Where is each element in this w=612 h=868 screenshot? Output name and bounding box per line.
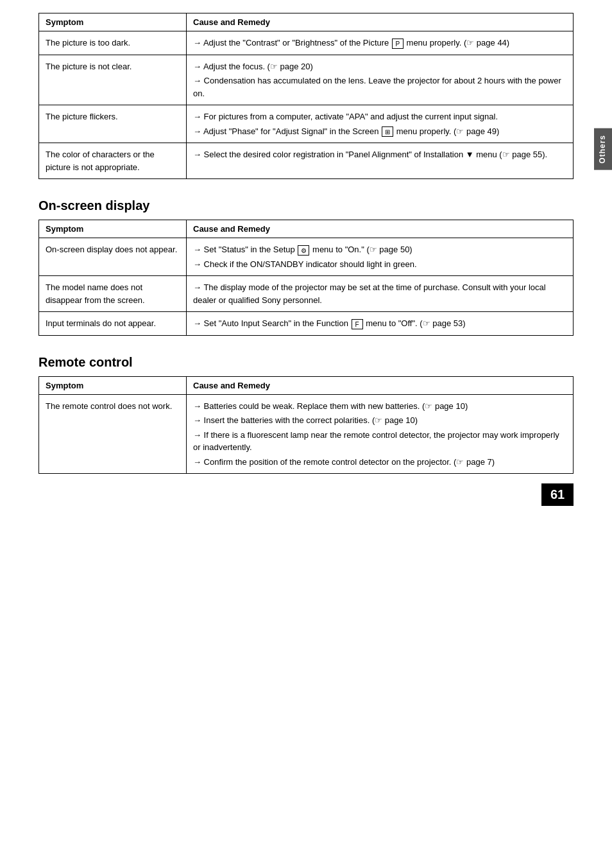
table-row: The picture is too dark. → Adjust the "C… bbox=[39, 31, 574, 55]
table2-symptom-header: Symptom bbox=[39, 220, 187, 238]
page-container: Others Symptom Cause and Remedy The pict… bbox=[0, 0, 612, 519]
page-number: 61 bbox=[541, 483, 574, 506]
remedy-line: → Confirm the position of the remote con… bbox=[193, 456, 566, 469]
remedy-line: → If there is a fluorescent lamp near th… bbox=[193, 429, 566, 454]
symptom-cell: The picture flickers. bbox=[39, 105, 187, 143]
table-picture-issues: Symptom Cause and Remedy The picture is … bbox=[38, 13, 574, 179]
screen-icon: ⊞ bbox=[382, 126, 393, 137]
symptom-cell: Input terminals do not appear. bbox=[39, 312, 187, 336]
remedy-cell: → Batteries could be weak. Replace them … bbox=[187, 394, 574, 474]
remedy-line: → Adjust the "Contrast" or "Brightness" … bbox=[193, 37, 566, 49]
symptom-cell: The picture is too dark. bbox=[39, 31, 187, 55]
table-remote-control: Symptom Cause and Remedy The remote cont… bbox=[38, 376, 574, 474]
remedy-line: → Check if the ON/STANDBY indicator shou… bbox=[193, 258, 566, 271]
table3-symptom-header: Symptom bbox=[39, 376, 187, 394]
table-row: The picture is not clear. → Adjust the f… bbox=[39, 55, 574, 105]
remedy-line: → Condensation has accumulated on the le… bbox=[193, 74, 566, 100]
table-row: The model name does not disappear from t… bbox=[39, 276, 574, 312]
picture-icon: P bbox=[392, 39, 404, 49]
remedy-cell: → Adjust the focus. (☞ page 20) → Conden… bbox=[187, 55, 574, 105]
function-icon: F bbox=[352, 319, 363, 329]
table3-remedy-header: Cause and Remedy bbox=[187, 376, 574, 394]
table2-remedy-header: Cause and Remedy bbox=[187, 220, 574, 238]
remedy-line: → Batteries could be weak. Replace them … bbox=[193, 400, 566, 413]
table1-remedy-header: Cause and Remedy bbox=[187, 13, 574, 31]
symptom-cell: The picture is not clear. bbox=[39, 55, 187, 105]
remedy-line: → The display mode of the projector may … bbox=[193, 281, 566, 306]
table-row: On-screen display does not appear. → Set… bbox=[39, 238, 574, 276]
remedy-line: → Select the desired color registration … bbox=[193, 148, 566, 161]
remedy-cell: → For pictures from a computer, activate… bbox=[187, 105, 574, 143]
table-onscreen-display: Symptom Cause and Remedy On-screen displ… bbox=[38, 220, 574, 336]
table-row: Input terminals do not appear. → Set "Au… bbox=[39, 312, 574, 336]
remedy-line: → For pictures from a computer, activate… bbox=[193, 110, 566, 123]
setup-icon: ⚙ bbox=[298, 245, 309, 256]
remedy-cell: → Select the desired color registration … bbox=[187, 143, 574, 179]
remedy-line: → Adjust "Phase" for "Adjust Signal" in … bbox=[193, 125, 566, 138]
symptom-cell: The model name does not disappear from t… bbox=[39, 276, 187, 312]
section3-title: Remote control bbox=[38, 355, 574, 370]
table-row: The picture flickers. → For pictures fro… bbox=[39, 105, 574, 143]
symptom-cell: The color of characters or the picture i… bbox=[39, 143, 187, 179]
remedy-cell: → The display mode of the projector may … bbox=[187, 276, 574, 312]
remedy-line: → Set "Status" in the Setup ⚙ menu to "O… bbox=[193, 243, 566, 256]
remedy-line: → Set "Auto Input Search" in the Functio… bbox=[193, 317, 566, 330]
table-row: The color of characters or the picture i… bbox=[39, 143, 574, 179]
remedy-line: → Insert the batteries with the correct … bbox=[193, 414, 566, 427]
section2-title: On-screen display bbox=[38, 198, 574, 213]
side-tab: Others bbox=[594, 128, 612, 170]
remedy-cell: → Adjust the "Contrast" or "Brightness" … bbox=[187, 31, 574, 55]
table-row: The remote control does not work. → Batt… bbox=[39, 394, 574, 474]
symptom-cell: The remote control does not work. bbox=[39, 394, 187, 474]
remedy-cell: → Set "Status" in the Setup ⚙ menu to "O… bbox=[187, 238, 574, 276]
symptom-cell: On-screen display does not appear. bbox=[39, 238, 187, 276]
remedy-line: → Adjust the focus. (☞ page 20) bbox=[193, 60, 566, 73]
remedy-cell: → Set "Auto Input Search" in the Functio… bbox=[187, 312, 574, 336]
table1-symptom-header: Symptom bbox=[39, 13, 187, 31]
